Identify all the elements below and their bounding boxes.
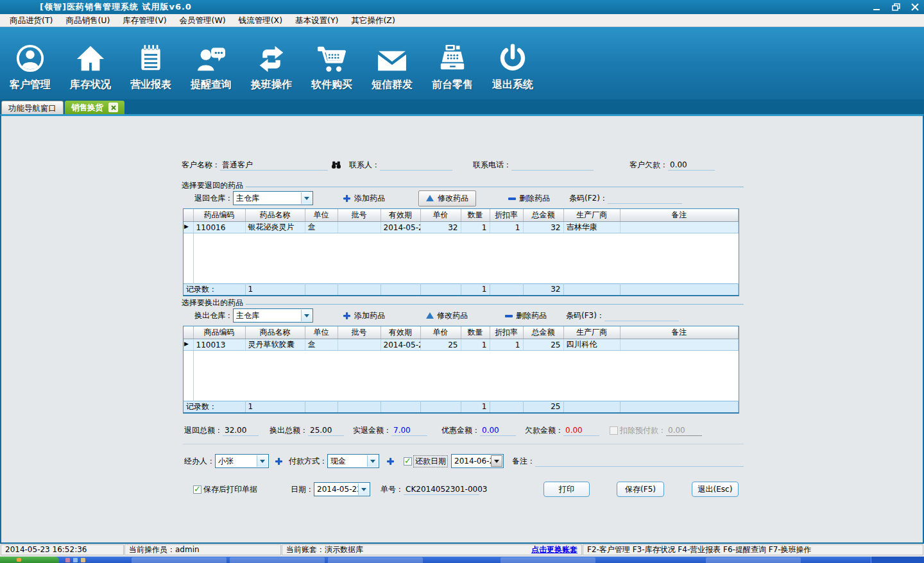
refund-amount-label: 实退金额：	[353, 425, 391, 436]
chevron-down-icon[interactable]	[358, 483, 369, 495]
save-row: 保存后打印单据 日期： 2014-05-23 单号： CK2014052301-…	[193, 481, 739, 498]
print-after-save-checkbox[interactable]	[193, 485, 201, 494]
menu-goods-purchase[interactable]: 商品进货(T)	[5, 14, 57, 26]
quicklaunch-icon[interactable]	[65, 558, 70, 562]
delete-item-button-2[interactable]: 删除药品	[505, 310, 547, 321]
barcode-f3-input[interactable]	[604, 310, 679, 321]
add-payment-button[interactable]	[386, 457, 395, 466]
repay-date-checkbox[interactable]	[404, 457, 412, 466]
power-icon	[499, 36, 527, 73]
exchange-warehouse-select[interactable]: 主仓库	[233, 308, 313, 323]
tab-function-navigator[interactable]: 功能导航窗口	[1, 101, 64, 114]
contact-input[interactable]	[380, 160, 452, 171]
deduct-prepay-checkbox[interactable]	[610, 426, 618, 435]
taskbar-window-button[interactable]	[501, 557, 595, 563]
repay-date-select[interactable]: 2014-06-23	[451, 454, 504, 468]
barcode-f2-input[interactable]	[608, 193, 682, 204]
restore-button[interactable]	[891, 3, 901, 12]
menu-settings[interactable]: 基本设置(Y)	[291, 14, 343, 26]
return-total-value: 32.00	[223, 425, 259, 436]
operator-label: 经办人：	[184, 456, 215, 467]
debt-amount-label: 欠款金额：	[525, 425, 563, 436]
chevron-down-icon[interactable]	[491, 455, 502, 467]
plus-icon	[343, 194, 351, 203]
save-button[interactable]: 保存(F5)	[617, 482, 664, 497]
remark-input[interactable]	[535, 456, 744, 467]
return-items-table: 药品编码 药品名称 单位 批号 有效期 单价 数量 折扣率 总金额 生产厂商 备…	[183, 208, 739, 296]
edit-item-button-1[interactable]: 修改药品	[418, 190, 476, 206]
taskbar-window-button[interactable]	[132, 557, 227, 563]
status-account: 当前账套：演示数据库 点击更换账套	[282, 544, 582, 555]
discount-amount-value[interactable]: 0.00	[480, 425, 516, 436]
menu-cashflow[interactable]: 钱流管理(X)	[234, 14, 287, 26]
add-item-button-1[interactable]: 添加药品	[343, 193, 385, 204]
close-button[interactable]	[910, 3, 920, 12]
table-footer-row: 记录数： 1 1 25	[184, 401, 739, 412]
date-select[interactable]: 2014-05-23	[314, 482, 370, 496]
toolbar-customer-management[interactable]: 客户管理	[1, 27, 59, 99]
menu-bar: 商品进货(T) 商品销售(U) 库存管理(V) 会员管理(W) 钱流管理(X) …	[0, 14, 924, 27]
toolbar-reminder-query[interactable]: 提醒查询	[182, 27, 240, 99]
taskbar-window-button[interactable]	[328, 557, 423, 563]
menu-members[interactable]: 会员管理(W)	[175, 14, 230, 26]
order-number-label: 单号：	[381, 484, 404, 495]
edit-item-button-2[interactable]: 修改药品	[426, 310, 468, 321]
triangle-up-icon	[426, 195, 434, 201]
exchange-section-title: 选择要换出的药品	[182, 298, 243, 308]
operator-select[interactable]: 小张	[215, 454, 269, 468]
print-button[interactable]: 打印	[543, 482, 590, 497]
menu-inventory[interactable]: 库存管理(V)	[118, 14, 171, 26]
phone-label: 联系电话：	[473, 160, 511, 171]
table-empty-area	[184, 233, 739, 284]
add-operator-button[interactable]	[275, 457, 283, 466]
system-tray	[871, 557, 924, 563]
debt-amount-value: 0.00	[563, 425, 599, 436]
menu-other[interactable]: 其它操作(Z)	[346, 14, 399, 26]
minimize-button[interactable]	[871, 3, 882, 12]
chevron-down-icon[interactable]	[301, 310, 312, 321]
order-number-value: CK2014052301-0003	[404, 484, 479, 495]
add-item-button-2[interactable]: 添加药品	[343, 310, 385, 321]
repay-date-label[interactable]: 还款日期	[413, 455, 448, 467]
chevron-down-icon[interactable]	[257, 455, 268, 467]
quicklaunch-icon[interactable]	[73, 558, 78, 562]
phone-input[interactable]	[511, 160, 594, 171]
table-header-row: 药品编码 药品名称 单位 批号 有效期 单价 数量 折扣率 总金额 生产厂商 备…	[184, 209, 739, 222]
tab-sales-exchange[interactable]: 销售换货	[65, 101, 124, 114]
customer-debt-value: 0.00	[668, 160, 715, 171]
toolbar-software-purchase[interactable]: 软件购买	[303, 27, 361, 99]
toolbar-shift-operation[interactable]: 换班操作	[243, 27, 300, 99]
start-flag-icon	[17, 558, 21, 562]
quicklaunch-icon[interactable]	[81, 558, 85, 562]
toolbar-business-report[interactable]: 营业报表	[122, 27, 180, 99]
start-button[interactable]	[0, 557, 59, 563]
exchange-items-table: 商品编码 商品名称 单位 批号 有效期 单价 数量 折扣率 总金额 生产厂商 备…	[183, 326, 739, 414]
customer-name-input[interactable]: 普通客户	[220, 160, 328, 171]
return-warehouse-select[interactable]: 主仓库	[233, 191, 313, 205]
notepad-icon	[137, 36, 165, 73]
delete-item-button-1[interactable]: 删除药品	[508, 193, 550, 204]
tab-close-icon[interactable]	[108, 103, 118, 112]
payment-method-select[interactable]: 现金	[327, 454, 379, 468]
chevron-down-icon[interactable]	[367, 455, 378, 467]
exit-button[interactable]: 退出(Esc)	[692, 482, 739, 497]
toolbar-sms-broadcast[interactable]: 短信群发	[363, 27, 421, 99]
operator-row: 经办人： 小张 付款方式： 现金 还款日期 2014-06-23 备注：	[184, 453, 744, 469]
table-row[interactable]: 110013 灵丹草软胶囊 盒 2014-05-23 25 1 1 25 四川科…	[184, 339, 739, 351]
toolbar-exit-system[interactable]: 退出系统	[484, 27, 542, 99]
table-empty-area	[184, 351, 739, 401]
menu-goods-sale[interactable]: 商品销售(U)	[61, 14, 114, 26]
exchange-controls-row: 换出仓库： 主仓库 添加药品 修改药品 删除药品 条码(F3)：	[194, 308, 679, 323]
status-bar: 2014-05-23 16:52:36 当前操作员：admin 当前账套：演示数…	[0, 544, 924, 557]
toolbar-pos-retail[interactable]: 前台零售	[424, 27, 481, 99]
chevron-down-icon[interactable]	[301, 192, 312, 204]
toolbar-inventory-status[interactable]: 库存状况	[62, 27, 119, 99]
binoculars-icon[interactable]	[331, 160, 341, 169]
cart-icon	[317, 36, 346, 73]
taskbar-window-button[interactable]	[230, 557, 325, 563]
switch-account-link[interactable]: 点击更换账套	[531, 545, 578, 555]
table-row[interactable]: 110016 银花泌炎灵片 盒 2014-05-2 32 1 1 32 吉林华康	[184, 222, 739, 233]
taskbar-window-button[interactable]	[706, 557, 801, 563]
exchange-total-label: 换出总额：	[270, 425, 308, 436]
minus-icon	[505, 312, 513, 320]
